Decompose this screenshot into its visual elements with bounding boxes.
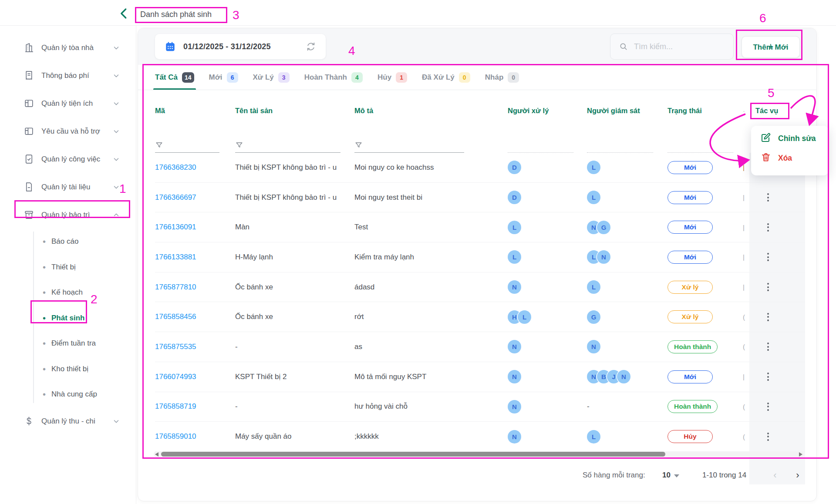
row-actions-menu-button[interactable] (761, 250, 775, 265)
chevron-up-icon (112, 211, 120, 219)
tab-6[interactable]: Nháp 0 (485, 65, 519, 90)
avatar: D (508, 191, 521, 204)
row-actions-menu-button[interactable] (761, 339, 775, 354)
filter-nguoi-giam-sat[interactable] (587, 140, 653, 153)
row-id-link[interactable]: 1765859010 (155, 432, 196, 440)
chevron-down-icon (112, 183, 120, 191)
tab-5[interactable]: Đã Xử Lý 0 (422, 65, 470, 90)
add-new-label: Thêm Mới (753, 44, 788, 51)
sidebar-subitem-2[interactable]: • Kế hoạch (0, 280, 136, 306)
filter-trang-thai[interactable] (667, 140, 733, 153)
sidebar-item-4[interactable]: Quản lý công việc (0, 145, 136, 173)
row-description: Mô tả mối nguy KSPT (354, 373, 508, 381)
scroll-right-arrow[interactable] (799, 452, 802, 457)
status-badge: Mới (667, 251, 713, 264)
sidebar-item-6[interactable]: Quản lý bảo trì (0, 201, 136, 229)
row-id-link[interactable]: 1765877810 (155, 283, 196, 291)
date-range-picker[interactable]: 01/12/2025 - 31/12/2025 (155, 34, 326, 59)
row-actions-menu-button[interactable] (761, 429, 775, 444)
row-id-link[interactable]: 1766366697 (155, 193, 196, 202)
prev-page-button[interactable]: ‹ (769, 469, 782, 482)
search-input[interactable] (634, 42, 721, 51)
clipped-column-fragment: | (743, 164, 749, 171)
clipped-column-fragment: ( (743, 343, 749, 350)
status-badge: Xử lý (667, 281, 713, 294)
sidebar-subitem-0[interactable]: • Báo cáo (0, 229, 136, 255)
search-box (610, 34, 734, 60)
row-asset: KSPT Thiết bị 2 (235, 373, 354, 381)
row-id-link[interactable]: 1765875535 (155, 343, 196, 351)
tab-3[interactable]: Hoàn Thành 4 (304, 65, 363, 90)
row-actions-menu-button[interactable] (761, 370, 775, 384)
chevron-down-icon (112, 128, 120, 135)
clipped-column-fragment: ( (743, 313, 749, 321)
refresh-icon[interactable] (306, 41, 316, 52)
status-badge: Hủy (667, 430, 713, 443)
row-actions-menu-button[interactable] (761, 280, 775, 295)
row-actions-menu-button[interactable] (761, 220, 775, 235)
row-description: hư hỏng vài chỗ (354, 402, 508, 411)
sidebar-item-7[interactable]: Quản lý thu - chi (0, 407, 136, 435)
sidebar-subitem-4[interactable]: • Điểm tuần tra (0, 331, 136, 356)
sidebar-item-5[interactable]: Quản lý tài liệu (0, 173, 136, 201)
row-id-link[interactable]: 1765858719 (155, 402, 196, 410)
status-badge: Mới (667, 370, 713, 383)
context-menu-item-1[interactable]: Xóa (761, 152, 829, 164)
handler-avatars: L (508, 250, 587, 264)
sidebar-submenu: • Báo cáo • Thiết bị • Kế hoạch • Phát s… (0, 229, 136, 407)
sidebar-item-1[interactable]: Thông báo phí (0, 62, 136, 90)
caret-down-icon (674, 474, 679, 477)
tab-4[interactable]: Hủy 1 (378, 65, 407, 90)
tab-0[interactable]: Tất Cả 14 (155, 65, 194, 90)
filter-mo-ta[interactable] (354, 141, 464, 153)
row-asset: Ốc bánh xe (235, 312, 354, 321)
row-asset: Màn (235, 223, 354, 232)
sidebar-item-2[interactable]: Quản lý tiện ích (0, 90, 136, 118)
row-actions-menu-button[interactable] (761, 309, 775, 324)
table-row-2: 1766136091 Màn Test L NG Mới | (155, 212, 805, 242)
filter-ma[interactable] (155, 141, 219, 153)
sidebar-item-3[interactable]: Yêu cầu và hỗ trợ (0, 118, 136, 145)
avatar: N (597, 250, 610, 264)
next-page-button[interactable]: › (791, 469, 804, 482)
avatar: L (587, 430, 600, 444)
sidebar-item-0[interactable]: Quản lý tòa nhà (0, 34, 136, 62)
search-icon (619, 42, 628, 51)
sidebar-subitem-3[interactable]: • Phát sinh (0, 306, 136, 331)
context-menu-item-0[interactable]: Chỉnh sửa (761, 132, 829, 144)
table-filter-row (155, 118, 805, 153)
filter-funnel-icon (354, 141, 363, 149)
toolbar: 01/12/2025 - 31/12/2025 + Thêm Mới (138, 28, 816, 65)
scrollbar-thumb[interactable] (161, 452, 665, 457)
supervisor-avatars: NBJN (587, 370, 667, 383)
row-actions-menu-button[interactable] (761, 190, 775, 205)
add-new-button[interactable]: + Thêm Mới (742, 36, 800, 58)
rows-per-page-select[interactable]: 10 (662, 469, 679, 482)
row-id-link[interactable]: 1766074993 (155, 373, 196, 381)
handler-avatars: N (508, 400, 587, 413)
row-id-link[interactable]: 1766368230 (155, 163, 196, 171)
supervisor-avatars: - (587, 402, 667, 411)
back-button[interactable] (118, 7, 131, 20)
row-id-link[interactable]: 1766133881 (155, 253, 196, 261)
filter-ten-tai-san[interactable] (235, 141, 340, 153)
scroll-left-arrow[interactable] (155, 452, 158, 457)
dollar-icon (24, 416, 35, 427)
row-description: rớt (354, 312, 508, 321)
task-doc-icon (24, 154, 35, 165)
tab-2[interactable]: Xử Lý 3 (253, 65, 290, 90)
supervisor-avatars: G (587, 310, 667, 324)
row-actions-menu-button[interactable] (761, 399, 775, 414)
avatar: L (587, 191, 600, 204)
avatar: L (508, 221, 521, 234)
row-id-link[interactable]: 1765858456 (155, 312, 196, 321)
sidebar-subitem-5[interactable]: • Kho thiết bị (0, 356, 136, 382)
filter-nguoi-xu-ly[interactable] (508, 140, 573, 153)
sidebar: Quản lý tòa nhà Thông báo phí Quản lý ti… (0, 26, 136, 504)
tab-1[interactable]: Mới 6 (209, 65, 238, 90)
sidebar-subitem-1[interactable]: • Thiết bị (0, 255, 136, 280)
row-id-link[interactable]: 1766136091 (155, 223, 196, 231)
tab-count-badge: 0 (459, 72, 470, 83)
row-description: ádasd (354, 283, 508, 292)
sidebar-subitem-6[interactable]: • Nhà cung cấp (0, 382, 136, 407)
